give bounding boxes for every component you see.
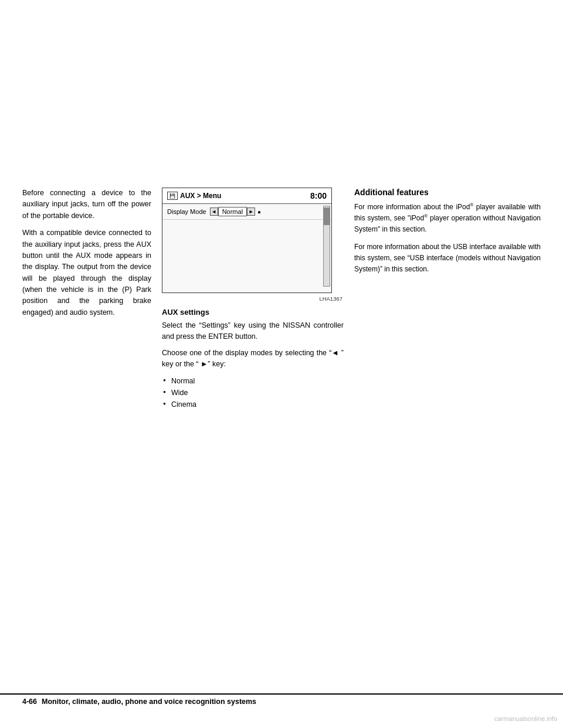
display-mode-label: Display Mode [167,208,206,215]
list-item-normal: Normal [162,375,344,387]
middle-para-2: Choose one of the display modes by selec… [162,348,344,370]
middle-para-1: Select the “Settings” key using the NISS… [162,320,344,343]
scrollbar-thumb [324,207,330,225]
display-header: 💾 AUX > Menu 8:00 [162,188,331,204]
right-column: Additional features For more information… [354,188,541,410]
mode-value: Normal [218,207,247,216]
list-item-wide: Wide [162,387,344,399]
watermark: carmanualsonline.info [494,715,557,722]
middle-column: 💾 AUX > Menu 8:00 Display Mode ◄ Normal … [162,188,344,410]
display-empty-area [162,220,331,273]
arrow-right-btn[interactable]: ► [247,207,255,216]
footer-section-text: Monitor, climate, audio, phone and voice… [42,698,256,706]
display-caption: LHA1367 [162,295,342,302]
display-header-title: AUX > Menu [180,192,221,200]
page: Before connecting a device to the auxili… [0,0,563,728]
display-time: 8:00 [310,191,327,200]
display-header-left: 💾 AUX > Menu [167,192,221,200]
left-para-1: Before connecting a device to the auxili… [22,188,151,222]
footer: 4-66 Monitor, climate, audio, phone and … [0,693,563,706]
aux-settings-label: AUX settings [162,308,344,317]
bullet-list: Normal Wide Cinema [162,375,344,410]
arrow-left-btn[interactable]: ◄ [210,207,218,216]
left-para-2: With a compatible device connected to th… [22,227,151,318]
content-area: Before connecting a device to the auxili… [0,0,563,410]
aux-icon: 💾 [167,192,178,200]
list-item-cinema: Cinema [162,399,344,410]
section-title: Additional features [354,188,541,197]
scrollbar[interactable] [323,206,330,287]
right-para-1: For more information about the iPod® pla… [354,202,541,236]
footer-page-number: 4-66 [22,698,37,706]
right-para-2: For more information about the USB inter… [354,241,541,275]
display-mode-row: Display Mode ◄ Normal ► ● [162,204,331,220]
dot-indicator: ● [257,209,261,215]
left-column: Before connecting a device to the auxili… [22,188,151,410]
aux-display-panel: 💾 AUX > Menu 8:00 Display Mode ◄ Normal … [162,188,332,293]
